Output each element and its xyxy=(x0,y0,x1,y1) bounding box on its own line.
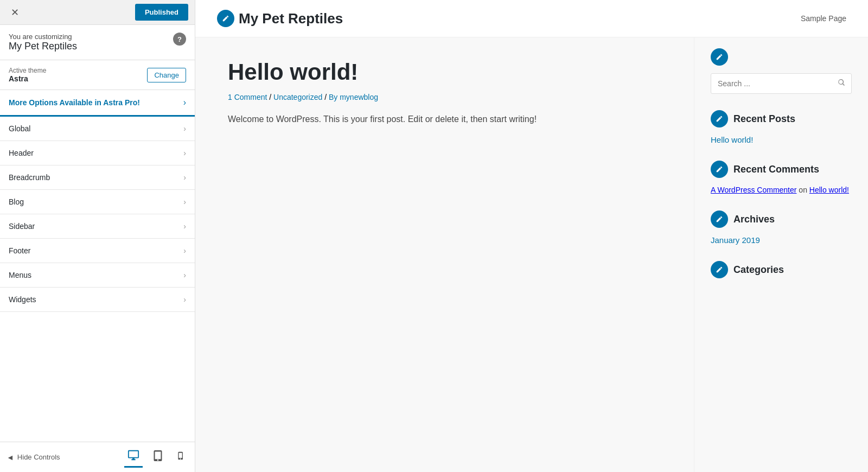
site-nav-menu: Sample Page xyxy=(801,14,846,23)
search-widget-header xyxy=(711,48,852,66)
hide-controls-label: Hide Controls xyxy=(17,453,60,461)
arrow-left-icon: ◄ xyxy=(7,453,14,462)
content-area: Hello world! 1 Comment / Uncategorized /… xyxy=(195,37,868,472)
recent-comment-text: A WordPress Commenter on Hello world! xyxy=(711,186,852,194)
chevron-icon: › xyxy=(183,295,186,304)
recent-posts-header: Recent Posts xyxy=(711,110,852,127)
chevron-icon: › xyxy=(183,149,186,157)
chevron-icon: › xyxy=(183,124,186,133)
meta-separator: / xyxy=(269,93,273,101)
nav-item-global[interactable]: Global › xyxy=(0,117,195,141)
theme-info: Active theme Astra xyxy=(9,67,46,83)
nav-item-menus-label: Menus xyxy=(9,271,31,279)
nav-item-breadcrumb-label: Breadcrumb xyxy=(9,173,50,182)
site-title: My Pet Reptiles xyxy=(239,10,343,27)
nav-item-breadcrumb[interactable]: Breadcrumb › xyxy=(0,165,195,190)
theme-name: Astra xyxy=(9,74,46,83)
chevron-right-icon: › xyxy=(183,98,186,107)
nav-item-footer[interactable]: Footer › xyxy=(0,239,195,263)
on-text: on xyxy=(799,186,807,194)
comment-link[interactable]: 1 Comment xyxy=(228,93,267,101)
post-title: Hello world! xyxy=(228,59,667,85)
chevron-icon: › xyxy=(183,271,186,279)
edit-search-icon[interactable] xyxy=(711,48,728,66)
archives-header: Archives xyxy=(711,211,852,228)
nav-item-blog[interactable]: Blog › xyxy=(0,190,195,214)
archives-title: Archives xyxy=(733,214,775,225)
hide-controls-button[interactable]: ◄ Hide Controls xyxy=(7,453,60,462)
site-header: My Pet Reptiles Sample Page xyxy=(195,0,868,37)
nav-item-header[interactable]: Header › xyxy=(0,141,195,165)
nav-item-widgets[interactable]: Widgets › xyxy=(0,288,195,312)
nav-item-header-label: Header xyxy=(9,149,34,157)
recent-comments-header: Recent Comments xyxy=(711,161,852,178)
recent-post-link[interactable]: Hello world! xyxy=(711,135,852,144)
nav-sample-page-link[interactable]: Sample Page xyxy=(801,14,846,23)
chevron-icon: › xyxy=(183,222,186,231)
help-icon[interactable]: ? xyxy=(173,33,186,46)
comment-post-link[interactable]: Hello world! xyxy=(809,186,849,194)
categories-header: Categories xyxy=(711,261,852,278)
customizing-info: You are customizing My Pet Reptiles xyxy=(9,33,77,52)
top-bar: ✕ Published xyxy=(0,0,195,25)
edit-recent-comments-icon[interactable] xyxy=(711,161,728,178)
edit-site-title-icon[interactable] xyxy=(217,10,234,27)
recent-posts-title: Recent Posts xyxy=(733,113,795,125)
categories-widget: Categories xyxy=(711,261,852,278)
post-body: Welcome to WordPress. This is your first… xyxy=(228,112,667,126)
post-meta: 1 Comment / Uncategorized / By mynewblog xyxy=(228,93,667,101)
chevron-icon: › xyxy=(183,173,186,182)
search-input-wrap xyxy=(711,73,852,94)
nav-item-sidebar[interactable]: Sidebar › xyxy=(0,214,195,239)
search-submit-button[interactable] xyxy=(832,74,851,93)
nav-item-sidebar-label: Sidebar xyxy=(9,222,35,231)
search-widget xyxy=(711,48,852,94)
edit-archives-icon[interactable] xyxy=(711,211,728,228)
bottom-bar: ◄ Hide Controls xyxy=(0,442,195,472)
nav-item-global-label: Global xyxy=(9,124,30,133)
commenter-link[interactable]: A WordPress Commenter xyxy=(711,186,796,194)
chevron-icon: › xyxy=(183,197,186,206)
recent-comments-title: Recent Comments xyxy=(733,164,819,175)
theme-section: Active theme Astra Change xyxy=(0,60,195,90)
nav-item-footer-label: Footer xyxy=(9,246,30,255)
preview-area: My Pet Reptiles Sample Page Hello world!… xyxy=(195,0,868,472)
category-link[interactable]: Uncategorized xyxy=(273,93,322,101)
nav-item-blog-label: Blog xyxy=(9,197,24,206)
author-link[interactable]: By mynewblog xyxy=(329,93,378,101)
nav-items-list: Global › Header › Breadcrumb › Blog › Si… xyxy=(0,117,195,442)
categories-title: Categories xyxy=(733,264,784,276)
recent-comments-widget: Recent Comments A WordPress Commenter on… xyxy=(711,161,852,194)
change-theme-button[interactable]: Change xyxy=(147,68,186,82)
customizing-label: You are customizing xyxy=(9,33,77,41)
right-sidebar: Recent Posts Hello world! Recent Comment… xyxy=(694,37,868,472)
recent-posts-widget: Recent Posts Hello world! xyxy=(711,110,852,144)
active-theme-label: Active theme xyxy=(9,67,46,74)
archive-link[interactable]: January 2019 xyxy=(711,235,852,245)
mobile-icon[interactable] xyxy=(173,447,188,468)
promo-banner[interactable]: More Options Available in Astra Pro! › xyxy=(0,90,195,117)
search-input[interactable] xyxy=(711,75,832,92)
edit-recent-posts-icon[interactable] xyxy=(711,110,728,127)
promo-text: More Options Available in Astra Pro! xyxy=(9,98,140,107)
chevron-icon: › xyxy=(183,246,186,255)
nav-item-widgets-label: Widgets xyxy=(9,295,36,304)
tablet-icon[interactable] xyxy=(149,447,167,468)
desktop-icon[interactable] xyxy=(124,447,143,468)
meta-separator2: / xyxy=(324,93,329,101)
main-content: Hello world! 1 Comment / Uncategorized /… xyxy=(195,37,694,472)
customizer-panel: ✕ Published You are customizing My Pet R… xyxy=(0,0,195,472)
nav-item-menus[interactable]: Menus › xyxy=(0,263,195,288)
device-icons xyxy=(124,447,188,468)
close-button[interactable]: ✕ xyxy=(7,4,23,21)
site-title-wrap: My Pet Reptiles xyxy=(217,10,343,27)
site-name: My Pet Reptiles xyxy=(9,41,77,52)
edit-categories-icon[interactable] xyxy=(711,261,728,278)
info-section: You are customizing My Pet Reptiles ? xyxy=(0,25,195,60)
published-button[interactable]: Published xyxy=(135,4,188,21)
archives-widget: Archives January 2019 xyxy=(711,211,852,245)
